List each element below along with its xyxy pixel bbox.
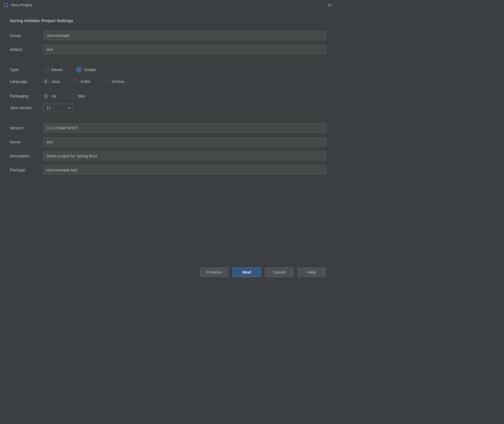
artifact-row: Artifact: <box>10 45 326 54</box>
language-java-label: Java <box>51 79 60 84</box>
packaging-jar-radio[interactable]: Jar <box>43 94 57 99</box>
language-kotlin-radio[interactable]: Kotlin <box>73 79 91 84</box>
type-maven-radio[interactable]: Maven <box>43 67 63 72</box>
packaging-label: Packaging: <box>10 94 43 98</box>
packaging-jar-label: Jar <box>51 94 57 98</box>
language-groovy-radio[interactable]: Groovy <box>104 79 125 84</box>
package-row: Package: <box>10 165 326 175</box>
description-input[interactable] <box>43 152 326 160</box>
language-row: Language: Java Kotlin Groovy <box>10 77 326 86</box>
artifact-input[interactable] <box>43 45 326 54</box>
radio-icon <box>43 94 48 99</box>
group-row: Group: <box>10 31 326 40</box>
artifact-label: Artifact: <box>10 47 43 52</box>
app-icon: IJ <box>3 3 8 8</box>
description-row: Description: <box>10 151 326 161</box>
type-row: Type: Maven Gradle <box>10 65 326 74</box>
close-button[interactable] <box>327 2 332 8</box>
radio-icon <box>104 79 109 84</box>
title-bar: IJ New Project <box>0 0 336 10</box>
java-version-label: Java version: <box>10 106 43 110</box>
next-button[interactable]: Next <box>233 267 261 277</box>
page-heading: Spring Initializr Project Settings <box>10 18 326 23</box>
language-java-radio[interactable]: Java <box>43 79 60 84</box>
window-title: New Project <box>11 3 32 7</box>
packaging-war-label: War <box>78 94 85 98</box>
type-gradle-label: Gradle <box>84 67 96 72</box>
java-version-select-wrapper <box>43 104 74 112</box>
java-version-select[interactable] <box>43 104 74 112</box>
svg-text:IJ: IJ <box>5 4 7 6</box>
group-input[interactable] <box>43 31 326 40</box>
help-button[interactable]: Help <box>297 267 326 277</box>
content-area: Spring Initializr Project Settings Group… <box>0 10 336 262</box>
type-radio-group: Maven Gradle <box>43 67 109 72</box>
language-kotlin-label: Kotlin <box>81 79 91 84</box>
type-gradle-radio[interactable]: Gradle <box>76 67 96 72</box>
version-label: Version: <box>10 126 43 130</box>
radio-icon <box>70 94 75 99</box>
packaging-radio-group: Jar War <box>43 94 99 99</box>
radio-icon <box>43 67 48 72</box>
name-row: Name: <box>10 137 326 147</box>
cancel-button[interactable]: Cancel <box>265 267 294 277</box>
version-input[interactable] <box>43 124 326 132</box>
packaging-war-radio[interactable]: War <box>70 94 85 99</box>
group-label: Group: <box>10 33 43 38</box>
version-row: Version: <box>10 123 326 133</box>
type-label: Type: <box>10 67 43 72</box>
language-label: Language: <box>10 79 43 84</box>
name-label: Name: <box>10 140 43 144</box>
name-input[interactable] <box>43 138 326 146</box>
package-input[interactable] <box>43 166 326 174</box>
java-version-row: Java version: <box>10 103 326 113</box>
footer: Previous Next Cancel Help <box>0 262 336 283</box>
language-radio-group: Java Kotlin Groovy <box>43 79 138 84</box>
radio-icon <box>43 79 48 84</box>
previous-button[interactable]: Previous <box>200 267 229 277</box>
description-label: Description: <box>10 154 43 158</box>
type-maven-label: Maven <box>51 67 63 72</box>
packaging-row: Packaging: Jar War <box>10 91 326 101</box>
radio-icon <box>73 79 78 84</box>
package-label: Package: <box>10 168 43 172</box>
language-groovy-label: Groovy <box>112 79 125 84</box>
radio-icon <box>76 67 81 72</box>
